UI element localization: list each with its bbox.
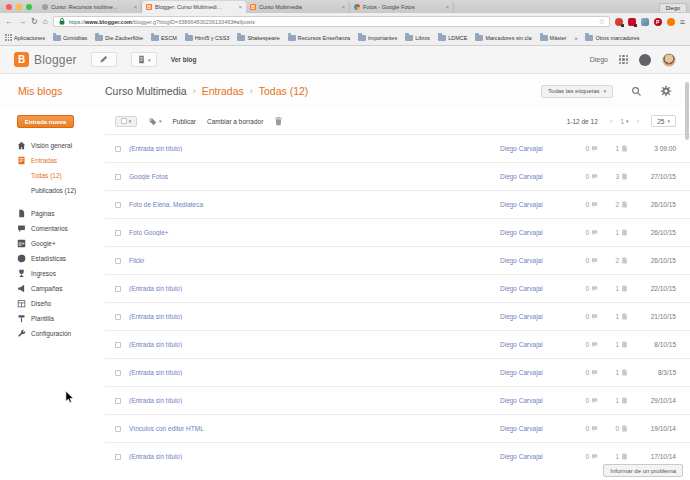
publish-button[interactable]: Publicar xyxy=(173,118,196,125)
page-number-dropdown[interactable]: 1▾ xyxy=(620,118,628,125)
post-author-link[interactable]: Diego Carvajal xyxy=(500,425,568,432)
home-icon[interactable]: ⌂ xyxy=(43,18,48,26)
page-size-dropdown[interactable]: 25 ▾ xyxy=(651,115,676,127)
sidebar-item-settings[interactable]: Configuración xyxy=(17,326,105,341)
bookmark-apps[interactable]: Aplicaciones xyxy=(5,34,45,41)
post-title-link[interactable]: (Entrada sin título) xyxy=(129,369,500,376)
table-row[interactable]: Foto Google+ Diego Carvajal 0 1 26/10/15 xyxy=(105,218,690,246)
sidebar-item-layout[interactable]: Diseño xyxy=(17,296,105,311)
post-title-link[interactable]: Foto Google+ xyxy=(129,229,500,236)
browser-tab-1[interactable]: Curso: Recursos multime… × xyxy=(38,1,142,13)
avatar[interactable] xyxy=(662,53,676,67)
scrollbar-thumb[interactable] xyxy=(685,82,689,140)
bookmark-folder[interactable]: Comiditas xyxy=(53,35,87,41)
revert-to-draft-button[interactable]: Cambiar a borrador xyxy=(207,118,263,125)
new-post-pencil-button[interactable] xyxy=(91,52,117,67)
sidebar-item-earnings[interactable]: Ingresos xyxy=(17,266,105,281)
post-title-link[interactable]: (Entrada sin título) xyxy=(129,453,500,460)
post-title-link[interactable]: (Entrada sin título) xyxy=(129,397,500,404)
row-checkbox[interactable] xyxy=(115,314,121,320)
sidebar-item-googleplus[interactable]: g+ Google+ xyxy=(17,236,105,251)
select-all-dropdown[interactable]: ▾ xyxy=(115,116,137,127)
post-author-link[interactable]: Diego Carvajal xyxy=(500,229,568,236)
extension-pencil-icon[interactable] xyxy=(641,18,649,26)
row-checkbox[interactable] xyxy=(115,454,121,460)
row-checkbox[interactable] xyxy=(115,174,121,180)
table-row[interactable]: (Entrada sin título) Diego Carvajal 0 1 … xyxy=(105,330,690,358)
blogger-logo[interactable]: B xyxy=(14,52,29,67)
extension-pinterest-icon[interactable]: P xyxy=(654,18,662,26)
bookmark-folder[interactable]: ESCM xyxy=(151,35,177,41)
post-title-link[interactable]: (Entrada sin título) xyxy=(129,145,500,152)
table-row[interactable]: (Entrada sin título) Diego Carvajal 0 1 … xyxy=(105,274,690,302)
post-title-link[interactable]: (Entrada sin título) xyxy=(129,341,500,348)
post-title-link[interactable]: (Entrada sin título) xyxy=(129,285,500,292)
browser-tab-4[interactable]: Fotos - Google Fotos × xyxy=(350,1,454,13)
search-icon[interactable] xyxy=(631,86,642,97)
post-author-link[interactable]: Diego Carvajal xyxy=(500,173,568,180)
sidebar-item-comments[interactable]: Comentarios xyxy=(17,221,105,236)
table-row[interactable]: (Entrada sin título) Diego Carvajal 0 1 … xyxy=(105,442,690,470)
row-checkbox[interactable] xyxy=(115,146,121,152)
sidebar-item-pages[interactable]: Páginas xyxy=(17,206,105,221)
row-checkbox[interactable] xyxy=(115,258,121,264)
select-all-checkbox[interactable] xyxy=(121,118,127,124)
extension-orange-icon[interactable] xyxy=(667,18,675,26)
post-title-link[interactable]: Flickr xyxy=(129,257,500,264)
row-checkbox[interactable] xyxy=(115,202,121,208)
post-author-link[interactable]: Diego Carvajal xyxy=(500,201,568,208)
post-author-link[interactable]: Diego Carvajal xyxy=(500,145,568,152)
window-zoom-button[interactable] xyxy=(26,4,32,10)
table-row[interactable]: (Entrada sin título) Diego Carvajal 0 1 … xyxy=(105,386,690,414)
reload-icon[interactable]: ↻ xyxy=(31,18,38,26)
google-apps-grid-icon[interactable] xyxy=(619,55,628,64)
back-icon[interactable]: ← xyxy=(5,18,13,26)
sidebar-item-campaigns[interactable]: Campañas xyxy=(17,281,105,296)
sidebar-item-posts-published[interactable]: Publicados (12) xyxy=(17,183,105,198)
labels-filter-dropdown[interactable]: Todas las etiquetas ▾ xyxy=(541,85,613,98)
window-minimize-button[interactable] xyxy=(16,4,22,10)
breadcrumb-section[interactable]: Entradas xyxy=(202,85,244,97)
row-checkbox[interactable] xyxy=(115,426,121,432)
breadcrumb-blog-name[interactable]: Curso Multimedia xyxy=(105,85,187,97)
new-post-button[interactable]: Entrada nueva xyxy=(17,115,74,128)
browser-tab-2-active[interactable]: B Blogger: Curso Multimedi… × xyxy=(142,1,246,13)
post-title-link[interactable]: Foto de Elena. Mediateca xyxy=(129,201,500,208)
chrome-profile-name[interactable]: Diego xyxy=(659,3,687,12)
table-row[interactable]: Foto de Elena. Mediateca Diego Carvajal … xyxy=(105,190,690,218)
post-title-link[interactable]: (Entrada sin título) xyxy=(129,313,500,320)
sidebar-item-overview[interactable]: Visión general xyxy=(17,138,105,153)
labels-action-dropdown[interactable]: ▾ xyxy=(148,117,162,126)
prev-page-icon[interactable]: ‹ xyxy=(610,117,613,126)
browser-tab-3[interactable]: B Curso Multimedia × xyxy=(246,1,350,13)
row-checkbox[interactable] xyxy=(115,230,121,236)
window-close-button[interactable] xyxy=(6,4,12,10)
address-bar[interactable]: https://www.blogger.com/blogger.g?blogID… xyxy=(53,16,610,27)
row-checkbox[interactable] xyxy=(115,286,121,292)
table-row[interactable]: Vínculos con editor HTML Diego Carvajal … xyxy=(105,414,690,442)
table-row[interactable]: Flickr Diego Carvajal 0 2 26/10/15 xyxy=(105,246,690,274)
tab-close-icon[interactable]: × xyxy=(445,4,449,10)
next-page-icon[interactable]: › xyxy=(637,117,640,126)
post-author-link[interactable]: Diego Carvajal xyxy=(500,453,568,460)
row-checkbox[interactable] xyxy=(115,398,121,404)
table-row[interactable]: (Entrada sin título) Diego Carvajal 0 1 … xyxy=(105,302,690,330)
row-checkbox[interactable] xyxy=(115,342,121,348)
post-author-link[interactable]: Diego Carvajal xyxy=(500,341,568,348)
extension-photos-icon[interactable] xyxy=(615,18,623,26)
tab-close-icon[interactable]: × xyxy=(133,4,137,10)
bookmark-folder[interactable]: LDMCE xyxy=(438,35,467,41)
notifications-icon[interactable] xyxy=(639,54,651,66)
bookmark-folder[interactable]: Die Zauberflöte xyxy=(95,35,143,41)
post-author-link[interactable]: Diego Carvajal xyxy=(500,397,568,404)
table-row[interactable]: (Entrada sin título) Diego Carvajal 0 1 … xyxy=(105,134,690,162)
tab-close-icon[interactable]: × xyxy=(341,4,345,10)
bookmark-folder[interactable]: Marcadores sin cla xyxy=(475,35,531,41)
row-checkbox[interactable] xyxy=(115,370,121,376)
post-author-link[interactable]: Diego Carvajal xyxy=(500,285,568,292)
table-row[interactable]: Google Fotos Diego Carvajal 0 3 27/10/15 xyxy=(105,162,690,190)
post-list-button[interactable]: ▾ xyxy=(131,52,157,67)
sidebar-item-posts-all[interactable]: Todas (12) xyxy=(17,168,105,183)
sidebar-item-template[interactable]: Plantilla xyxy=(17,311,105,326)
bookmark-folder[interactable]: Recursos Enseñanza xyxy=(288,35,350,41)
